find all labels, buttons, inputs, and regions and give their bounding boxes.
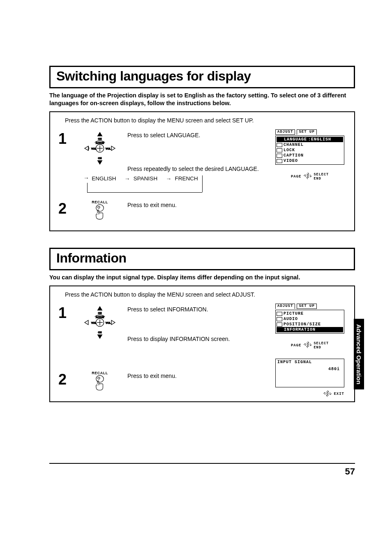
- menu-icon: [277, 322, 282, 327]
- menu-icon: [277, 328, 283, 332]
- osd-tab-adjust: ADJUST: [275, 129, 295, 135]
- osd-tab-setup: SET UP: [297, 129, 316, 135]
- recall-button-icon: [93, 375, 107, 392]
- instruction-preline-2: Press the ACTION button to display the M…: [58, 291, 347, 298]
- step-number-1b: 1: [58, 304, 72, 322]
- section-title-2: Information: [56, 251, 348, 266]
- page-number: 57: [345, 466, 355, 477]
- osd-row-language-value: :ENGLISH: [308, 137, 331, 142]
- input-signal-value: 480i: [277, 367, 342, 371]
- osd-footer-page: PAGE: [291, 175, 302, 180]
- svg-text:CH: CH: [98, 137, 102, 140]
- osd-input-signal: INPUT SIGNAL 480i EXIT: [275, 359, 344, 398]
- side-tab-advanced-operation: Advanced Operation: [354, 319, 364, 389]
- recall-button-icon: [93, 204, 107, 221]
- svg-marker-12: [111, 146, 115, 150]
- step-number-2: 2: [58, 200, 72, 217]
- svg-marker-22: [85, 320, 88, 325]
- osd-row-picture: PICTURE: [284, 311, 304, 316]
- osd-setup-preview: ADJUST SET UP LANGUAGE:ENGLISH CHANNEL L…: [275, 129, 344, 182]
- nav-pad-icon: CH ACTION VOL VOL CH: [77, 130, 122, 166]
- osd-footer-end-2: END: [314, 346, 329, 350]
- language-cycle-diagram: → ENGLISH SPANISH FRENCH: [87, 183, 202, 193]
- footer-rule: [49, 463, 355, 464]
- svg-text:VOL: VOL: [106, 321, 111, 324]
- section-intro-2: You can display the input signal type. D…: [49, 274, 355, 281]
- section-intro: The language of the Projection display i…: [49, 92, 355, 107]
- osd-row-information: INFORMATION: [284, 327, 316, 332]
- recall-label: RECALL: [92, 200, 108, 204]
- menu-icon: [277, 143, 282, 147]
- nav-cross-icon: [303, 172, 312, 182]
- menu-icon: [277, 138, 283, 142]
- section-title-box: Switching languages for display: [49, 66, 355, 88]
- step-number-1: 1: [58, 130, 72, 147]
- nav-cross-icon: [303, 341, 312, 350]
- input-signal-title: INPUT SIGNAL: [277, 360, 342, 364]
- nav-pad-icon: CH ACTION VOL VOL CH: [77, 304, 122, 341]
- svg-text:ACTION: ACTION: [96, 142, 104, 144]
- svg-marker-1: [98, 132, 102, 136]
- osd-row-position: POSITION/SIZE: [284, 322, 321, 327]
- osd-row-audio: AUDIO: [284, 316, 298, 322]
- input-signal-exit: EXIT: [334, 392, 344, 396]
- svg-marker-4: [85, 146, 88, 150]
- svg-marker-30: [98, 334, 102, 338]
- step2-text: Press to exit menu.: [127, 202, 347, 208]
- instruction-box-1: Press the ACTION button to display the M…: [49, 111, 355, 231]
- svg-text:CH: CH: [98, 311, 102, 314]
- cycle-english: ENGLISH: [92, 175, 116, 182]
- menu-icon: [277, 148, 282, 152]
- instruction-box-2: Press the ACTION button to display the M…: [49, 286, 355, 402]
- osd-row-language: LANGUAGE: [284, 137, 307, 142]
- menu-icon: [277, 312, 282, 316]
- osd-footer-end: END: [314, 177, 329, 181]
- svg-point-18: [327, 393, 328, 394]
- instruction-preline: Press the ACTION button to display the M…: [58, 117, 347, 124]
- svg-point-0: [307, 175, 309, 177]
- svg-point-32: [98, 377, 100, 379]
- recall-label-2: RECALL: [92, 371, 108, 375]
- osd-tab-setup-2: SET UP: [297, 304, 316, 309]
- svg-text:CH: CH: [98, 331, 102, 334]
- nav-cross-icon: [323, 390, 332, 398]
- section-title-box-2: Information: [49, 248, 355, 270]
- svg-point-17: [307, 344, 309, 345]
- cycle-spanish: SPANISH: [125, 175, 157, 182]
- section-title: Switching languages for display: [56, 69, 348, 84]
- svg-marker-19: [98, 306, 102, 310]
- svg-marker-28: [111, 320, 115, 325]
- menu-icon: [277, 159, 282, 163]
- step-number-2b: 2: [58, 371, 72, 388]
- osd-row-channel: CHANNEL: [284, 142, 304, 147]
- cycle-french: FRENCH: [166, 175, 198, 182]
- menu-icon: [277, 154, 282, 158]
- svg-point-16: [98, 206, 100, 208]
- osd-tab-adjust-2: ADJUST: [275, 304, 295, 309]
- osd-adjust-preview: ADJUST SET UP PICTURE AUDIO POSITION/SIZ…: [275, 304, 344, 398]
- osd-row-lock: LOCK: [284, 147, 295, 153]
- svg-text:ACTION: ACTION: [96, 316, 104, 318]
- svg-text:CH: CH: [98, 157, 102, 159]
- osd-row-caption: CAPTION: [284, 153, 304, 158]
- osd-row-video: VIDEO: [284, 158, 298, 164]
- svg-marker-14: [98, 161, 102, 164]
- menu-icon: [277, 317, 282, 321]
- osd-footer-page-2: PAGE: [291, 343, 302, 348]
- svg-text:VOL: VOL: [106, 147, 111, 150]
